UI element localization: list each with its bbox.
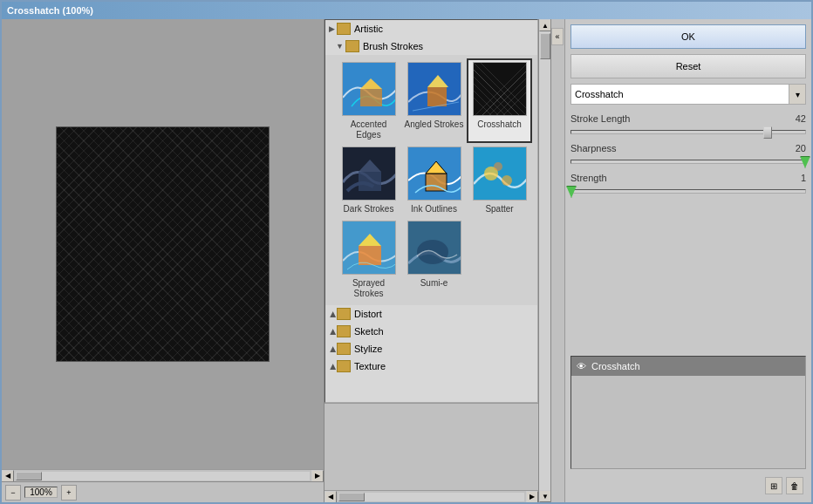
filter-thumb-spatter[interactable]: Spatter — [467, 143, 532, 217]
sharpness-param: Sharpness 20 — [570, 143, 806, 164]
effects-layer-name: Crosshatch — [591, 361, 640, 371]
crosshatch-preview — [57, 127, 269, 361]
strength-value: 1 — [780, 173, 806, 183]
sketch-expand-arrow: ▶ — [328, 329, 337, 335]
zoom-in-button[interactable]: + — [61, 485, 77, 501]
sharpness-value: 20 — [780, 143, 806, 153]
filter-thumb-crosshatch[interactable]: Crosshatch — [467, 58, 532, 143]
filter-hscrollbar: ◀ ▶ — [325, 490, 538, 502]
filter-scroll-area — [539, 31, 550, 490]
spatter-thumb — [473, 146, 527, 201]
zoom-input[interactable] — [24, 487, 58, 498]
sumie-thumb — [407, 221, 461, 275]
ok-button[interactable]: OK — [570, 24, 806, 49]
stylize-folder-icon — [337, 343, 351, 355]
accented-edges-label: Accented Edges — [351, 119, 387, 140]
category-distort[interactable]: ▶ Distort — [325, 305, 537, 323]
sumie-label: Sumi-e — [420, 278, 448, 288]
stroke-length-value: 42 — [780, 113, 806, 124]
collapse-icon[interactable]: « — [551, 28, 564, 45]
distort-label: Distort — [354, 309, 382, 319]
filter-thumb-sumie[interactable]: Sumi-e — [401, 217, 467, 302]
preview-hscrollbar: ◀ ▶ — [2, 469, 324, 481]
stroke-length-fill — [571, 131, 768, 133]
stroke-length-track — [570, 130, 806, 134]
accented-edges-thumb — [342, 62, 396, 116]
dark-strokes-thumb — [342, 146, 396, 201]
preview-toolbar: − + — [2, 481, 324, 502]
strength-label: Strength — [570, 173, 607, 183]
sprayed-strokes-label: Sprayed Strokes — [352, 278, 385, 298]
filter-scroll-thumb[interactable] — [338, 493, 365, 501]
category-texture[interactable]: ▶ Texture — [325, 358, 537, 375]
svg-rect-1 — [360, 89, 382, 106]
distort-folder-icon — [337, 308, 351, 320]
sprayed-strokes-thumb — [342, 221, 396, 275]
filter-scroll-vthumb[interactable] — [540, 33, 550, 59]
stroke-length-slider[interactable] — [570, 130, 806, 134]
ink-outlines-label: Ink Outlines — [411, 204, 457, 214]
preview-panel: ◀ ▶ − + — [2, 19, 325, 502]
texture-folder-icon — [337, 360, 351, 372]
sharpness-slider[interactable] — [570, 160, 806, 164]
filter-panel: ▶ Artistic ▼ Brush Strokes — [325, 19, 551, 502]
filter-vscrollbar: ▲ ▼ — [538, 19, 550, 502]
effects-layer-body — [571, 376, 805, 468]
filter-bottom-area — [325, 403, 538, 490]
collapse-panel-btn[interactable]: « — [551, 19, 565, 502]
filter-thumb-angled-strokes[interactable]: Angled Strokes — [401, 58, 467, 143]
filter-list: ▶ Artistic ▼ Brush Strokes — [325, 19, 538, 403]
zoom-out-button[interactable]: − — [5, 485, 21, 501]
spatter-label: Spatter — [485, 204, 513, 214]
svg-rect-23 — [359, 172, 381, 191]
main-content: ◀ ▶ − + ▶ — [2, 19, 811, 502]
category-stylize[interactable]: ▶ Stylize — [325, 340, 537, 358]
stroke-length-thumb[interactable] — [763, 126, 772, 139]
preview-image — [56, 126, 270, 362]
delete-effect-button[interactable]: 🗑 — [786, 477, 803, 494]
angled-strokes-thumb — [407, 62, 461, 116]
brush-strokes-label: Brush Strokes — [363, 41, 423, 51]
sharpness-header: Sharpness 20 — [570, 143, 806, 153]
category-brush-strokes[interactable]: ▼ Brush Strokes — [325, 37, 537, 55]
filter-thumb-ink-outlines[interactable]: Ink Outlines — [401, 143, 467, 217]
filter-thumb-accented-edges[interactable]: Accented Edges — [336, 58, 401, 143]
filter-list-wrap: ▶ Artistic ▼ Brush Strokes — [325, 19, 538, 502]
filter-thumb-sprayed-strokes[interactable]: Sprayed Strokes — [336, 217, 401, 302]
filter-grid: Accented Edges — [325, 55, 537, 305]
category-sketch[interactable]: ▶ Sketch — [325, 323, 537, 340]
sharpness-label: Sharpness — [570, 143, 617, 153]
filter-thumb-dark-strokes[interactable]: Dark Strokes — [336, 143, 401, 217]
window-title: Crosshatch (100%) — [7, 5, 93, 16]
filter-scroll-left[interactable]: ◀ — [325, 491, 337, 503]
filter-scroll-right[interactable]: ▶ — [526, 491, 538, 503]
strength-slider[interactable] — [570, 189, 806, 194]
distort-expand-arrow: ▶ — [328, 311, 337, 317]
filter-scroll-up[interactable]: ▲ — [539, 19, 550, 31]
texture-expand-arrow: ▶ — [328, 364, 337, 370]
svg-rect-28 — [474, 147, 527, 201]
title-bar: Crosshatch (100%) — [2, 2, 811, 19]
sharpness-fill — [571, 160, 805, 163]
ink-outlines-thumb — [407, 146, 461, 201]
preview-area — [2, 19, 324, 469]
texture-label: Texture — [354, 361, 386, 371]
effect-select[interactable]: Crosshatch Accented Edges Angled Strokes… — [570, 84, 789, 105]
scroll-thumb-h[interactable] — [16, 472, 42, 480]
filter-scroll-down[interactable]: ▼ — [539, 490, 550, 502]
reset-button[interactable]: Reset — [570, 54, 806, 78]
scroll-left-btn[interactable]: ◀ — [2, 470, 14, 482]
eye-icon[interactable]: 👁 — [577, 361, 586, 371]
scroll-right-btn[interactable]: ▶ — [311, 470, 324, 482]
filter-panel-inner: ▶ Artistic ▼ Brush Strokes — [325, 19, 550, 502]
strength-track — [570, 189, 806, 194]
dropdown-arrow[interactable]: ▾ — [789, 84, 806, 105]
sketch-label: Sketch — [354, 326, 384, 337]
scroll-track-h — [16, 472, 310, 480]
strength-thumb[interactable] — [566, 186, 577, 198]
new-effect-button[interactable]: ⊞ — [765, 477, 782, 494]
category-artistic[interactable]: ▶ Artistic — [325, 20, 537, 37]
stroke-length-label: Stroke Length — [570, 113, 631, 124]
right-params: Stroke Length 42 Sharpness 20 — [570, 110, 806, 351]
svg-rect-26 — [426, 174, 447, 191]
